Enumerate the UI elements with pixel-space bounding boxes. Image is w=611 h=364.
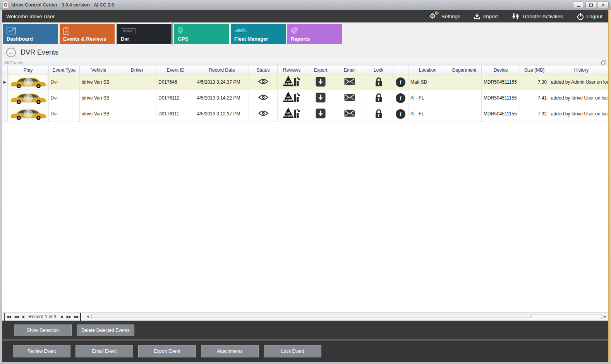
header-lock[interactable]: Lock (364, 66, 393, 74)
header-department[interactable]: Department (447, 66, 482, 74)
import-button[interactable]: Import (474, 14, 498, 19)
vehicle-cell: idrive Van SB (80, 90, 118, 106)
tile-events-reviews[interactable]: Events & Reviews (60, 24, 115, 44)
reviews-score-button[interactable]: NOSCORE (278, 90, 306, 106)
table-row[interactable]: Dvr idrive Van SB D0176112 4/5/2013 3:14… (2, 90, 608, 106)
next-page-button[interactable]: ▶▶ (65, 313, 73, 321)
minimize-button[interactable] (573, 2, 584, 8)
horizontal-scroll-zone: ◀ ▶ (86, 314, 606, 319)
previous-record-button[interactable]: ◀ (20, 313, 26, 321)
tile-gps[interactable]: GPS (174, 24, 229, 44)
svg-text:NO: NO (287, 80, 290, 82)
no-score-badge-icon: NOSCORE (283, 76, 301, 88)
department-cell (447, 74, 482, 90)
window-controls: ✕ (573, 2, 609, 8)
vehicle-cell: idrive Van SB (80, 74, 118, 90)
email-event-button[interactable] (335, 106, 364, 122)
maximize-button[interactable] (585, 2, 596, 8)
envelope-icon (344, 78, 355, 85)
header-size[interactable]: Size (MB) (520, 66, 549, 74)
export-event-button[interactable] (306, 74, 335, 90)
export-event-button[interactable] (306, 106, 335, 122)
attachments-button[interactable]: Attachments (201, 345, 259, 357)
transfer-activities-button[interactable]: Transfer Activities (512, 13, 563, 19)
header-export[interactable]: Export (306, 66, 335, 74)
page-header: ← DVR Events (2, 46, 608, 59)
line-chart-icon (7, 27, 16, 36)
table-row[interactable]: Dvr idrive Van SB D0176111 4/5/2013 3:12… (2, 106, 608, 122)
scroll-right-icon[interactable]: ▶ (604, 315, 606, 318)
header-reviews[interactable]: Reviews (278, 66, 306, 74)
cascade-window-icon[interactable] (601, 59, 606, 66)
first-record-button[interactable]: ◀◀ (4, 313, 12, 321)
header-email[interactable]: Email (335, 66, 364, 74)
scroll-left-icon[interactable]: ◀ (86, 315, 89, 318)
header-event-id[interactable]: Event ID (156, 66, 195, 74)
header-play[interactable]: Play (8, 66, 49, 74)
email-event-button[interactable] (335, 90, 364, 106)
info-icon: i (396, 93, 405, 103)
previous-page-button[interactable]: ◀◀ (12, 313, 20, 321)
event-id-cell: D0176111 (156, 106, 195, 122)
play-video-thumbnail[interactable] (8, 90, 49, 106)
back-button[interactable]: ← (6, 48, 16, 57)
eye-icon (258, 110, 268, 116)
header-event-type[interactable]: Event Type (49, 66, 80, 74)
fleet-cars-icon (234, 27, 248, 35)
horizontal-scrollbar[interactable] (90, 314, 602, 319)
driver-cell (118, 106, 156, 122)
car-video-thumbnail-icon (9, 106, 47, 120)
reviews-score-button[interactable]: NOSCORE (278, 106, 306, 122)
status-view-button[interactable] (249, 106, 278, 122)
header-history[interactable]: History (549, 66, 608, 74)
header-device[interactable]: Device (482, 66, 520, 74)
export-event-button[interactable] (306, 90, 335, 106)
play-video-thumbnail[interactable] (8, 106, 49, 122)
header-vehicle[interactable]: Vehicle (80, 66, 118, 74)
next-record-button[interactable]: ▶ (60, 313, 65, 321)
review-event-button[interactable]: Review Event (13, 345, 70, 357)
envelope-icon (344, 94, 355, 101)
lock-event-button[interactable] (364, 106, 393, 122)
lock-event-button[interactable] (364, 90, 393, 106)
delete-selected-events-button[interactable]: Delete Selected Events (77, 325, 134, 336)
header-record-date[interactable]: Record Date (195, 66, 249, 74)
record-date-cell: 4/5/2013 3:14:22 PM (195, 90, 249, 106)
table-row[interactable]: ▶ Dvr idrive Van SB D017646 4/5/2013 3:2… (2, 74, 608, 90)
tile-dashboard[interactable]: Dashboard (3, 24, 58, 44)
header-driver[interactable]: Driver (118, 66, 156, 74)
info-button[interactable]: i (393, 90, 408, 106)
location-cell: Al - FL (408, 106, 447, 122)
status-view-button[interactable] (249, 90, 278, 106)
header-gutter (2, 66, 8, 74)
status-view-button[interactable] (249, 74, 278, 90)
svg-text:SCORE: SCORE (284, 82, 292, 85)
play-video-thumbnail[interactable] (8, 74, 49, 90)
reviews-score-button[interactable]: NOSCORE (278, 74, 306, 90)
event-id-cell: D017646 (156, 74, 195, 90)
last-record-button[interactable]: ▶▶ (72, 313, 81, 321)
department-cell (447, 106, 482, 122)
envelope-icon (344, 110, 355, 117)
lock-event-button[interactable]: Lock Event (264, 345, 321, 357)
info-button[interactable]: i (393, 74, 408, 90)
lock-event-button[interactable] (364, 74, 393, 90)
logout-button[interactable]: Logout (577, 13, 602, 20)
horizontal-scrollbar-thumb[interactable] (91, 315, 531, 318)
export-event-button[interactable]: Export Event (138, 345, 196, 357)
pie-chart-icon (291, 27, 298, 36)
grid-caption: All Events (4, 60, 23, 65)
info-button[interactable]: i (393, 106, 408, 122)
car-video-thumbnail-icon (9, 75, 47, 89)
email-event-button[interactable]: Email Event (76, 345, 133, 357)
tile-reports[interactable]: Reports (287, 24, 342, 44)
header-location[interactable]: Location (408, 66, 447, 74)
email-event-button[interactable] (335, 74, 364, 90)
settings-button[interactable]: ⚙⚙ Settings (429, 12, 460, 20)
tile-fleet-manager[interactable]: Fleet Manager (231, 24, 286, 44)
padlock-icon (375, 108, 383, 118)
tile-dvr[interactable]: MERGE Dvr (117, 24, 172, 44)
header-status[interactable]: Status (249, 66, 278, 74)
show-selection-button[interactable]: Show Selection (14, 325, 72, 336)
close-button[interactable]: ✕ (598, 2, 609, 8)
